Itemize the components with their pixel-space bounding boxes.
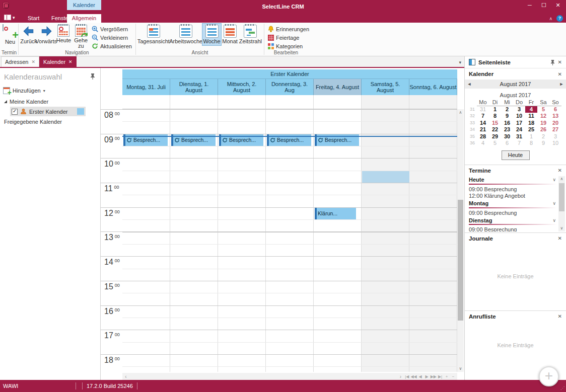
- mini-day-8[interactable]: 8: [525, 140, 537, 147]
- mini-day-20[interactable]: 20: [549, 120, 561, 127]
- mini-day-28[interactable]: 28: [477, 133, 489, 140]
- maximize-button[interactable]: ☐: [538, 1, 550, 9]
- mini-day-4[interactable]: 4: [477, 140, 489, 147]
- mini-day-6[interactable]: 6: [501, 140, 513, 147]
- nav-insert-button[interactable]: +: [444, 374, 450, 379]
- mini-day-14[interactable]: 14: [477, 120, 489, 127]
- mini-day-10[interactable]: 10: [549, 140, 561, 147]
- mini-day-1[interactable]: 1: [525, 133, 537, 140]
- mini-day-22[interactable]: 22: [489, 126, 501, 133]
- mini-day-3[interactable]: 3: [549, 133, 561, 140]
- tree-expander-icon[interactable]: [4, 100, 7, 103]
- today-button[interactable]: Heute: [55, 24, 72, 44]
- scroll-right-icon[interactable]: ›: [397, 374, 404, 379]
- categories-button[interactable]: Kategorien: [268, 42, 309, 50]
- scroll-left-icon[interactable]: ‹: [122, 374, 129, 379]
- mini-day-26[interactable]: 26: [537, 126, 549, 133]
- chevron-down-icon[interactable]: ∨: [552, 177, 556, 182]
- termine-group-header-1[interactable]: Montag∨: [469, 200, 557, 207]
- help-icon[interactable]: ?: [556, 15, 563, 22]
- day-column-4[interactable]: [314, 109, 362, 372]
- day-column-0[interactable]: [122, 109, 170, 372]
- horizontal-scrollbar[interactable]: ‹ › |◀◀◀◀▶▶▶▶|+−: [122, 373, 457, 380]
- nav-first-button[interactable]: |◀: [404, 374, 410, 379]
- day-header-0[interactable]: Montag, 31. Juli: [122, 79, 170, 95]
- mini-day-3[interactable]: 3: [513, 106, 525, 113]
- day-view-button[interactable]: Tagesansicht: [137, 24, 170, 45]
- all-day-cell-2[interactable]: [218, 95, 266, 109]
- prev-month-icon[interactable]: ◄: [465, 82, 474, 87]
- mini-day-31[interactable]: 31: [513, 133, 525, 140]
- nav-prior-page-button[interactable]: ◀◀: [410, 374, 416, 379]
- workweek-view-button[interactable]: Arbeitswoche: [170, 24, 202, 45]
- mini-day-27[interactable]: 27: [549, 126, 561, 133]
- week-view-button[interactable]: Woche: [202, 24, 221, 45]
- goto-button[interactable]: Gehe zu: [72, 24, 90, 50]
- mini-day-9[interactable]: 9: [537, 140, 549, 147]
- mini-day-25[interactable]: 25: [525, 126, 537, 133]
- mini-day-18[interactable]: 18: [525, 120, 537, 127]
- mini-day-23[interactable]: 23: [501, 126, 513, 133]
- mini-day-6[interactable]: 6: [549, 106, 561, 113]
- all-day-cell-6[interactable]: [409, 95, 457, 109]
- termine-scroll-thumb[interactable]: [559, 183, 564, 211]
- day-header-6[interactable]: Sonntag, 6. August: [409, 79, 457, 95]
- termine-item-0-0[interactable]: 09:00 Besprechung: [469, 186, 557, 193]
- holidays-button[interactable]: Feiertage: [268, 34, 309, 41]
- mini-day-17[interactable]: 17: [513, 120, 525, 127]
- termine-scrollbar[interactable]: ∧ ∨: [558, 176, 565, 231]
- day-column-6[interactable]: [409, 109, 457, 372]
- mini-day-7[interactable]: 7: [477, 113, 489, 120]
- mini-day-2[interactable]: 2: [537, 133, 549, 140]
- all-day-cell-3[interactable]: [266, 95, 314, 109]
- scroll-up-icon[interactable]: ∧: [457, 109, 464, 116]
- day-column-1[interactable]: [170, 109, 218, 372]
- day-header-2[interactable]: Mittwoch, 2. August: [218, 79, 266, 95]
- mini-day-4[interactable]: 4: [525, 106, 537, 113]
- mini-day-5[interactable]: 5: [489, 140, 501, 147]
- day-header-5[interactable]: Samstag, 5. August: [362, 79, 409, 95]
- new-appointment-button[interactable]: + Neu: [2, 24, 19, 46]
- mini-day-10[interactable]: 10: [513, 113, 525, 120]
- close-button[interactable]: ✕: [552, 1, 564, 9]
- day-column-2[interactable]: [218, 109, 266, 372]
- mini-day-2[interactable]: 2: [501, 106, 513, 113]
- mini-day-9[interactable]: 9: [501, 113, 513, 120]
- day-header-1[interactable]: Dienstag, 1. August: [170, 79, 218, 95]
- tree-group-meine-kalender[interactable]: Meine Kalender: [0, 97, 100, 107]
- mini-day-19[interactable]: 19: [537, 120, 549, 127]
- pin-icon[interactable]: [550, 59, 555, 65]
- mini-day-15[interactable]: 15: [489, 120, 501, 127]
- all-day-cell-4[interactable]: [314, 95, 362, 109]
- resize-grip[interactable]: ⋰: [560, 386, 564, 390]
- horizontal-scroll-track[interactable]: [129, 373, 397, 380]
- mini-day-21[interactable]: 21: [477, 126, 489, 133]
- timeline-view-button[interactable]: Zeitstrahl: [239, 24, 262, 45]
- nav-next-page-button[interactable]: ▶▶: [431, 374, 437, 379]
- today-jump-button[interactable]: Heute: [502, 150, 530, 160]
- close-section-icon[interactable]: ✕: [558, 168, 562, 173]
- mini-day-30[interactable]: 30: [501, 133, 513, 140]
- termine-item-2-0[interactable]: 09:00 Besprechung: [469, 226, 557, 231]
- close-section-icon[interactable]: ✕: [558, 236, 562, 241]
- back-button[interactable]: Zurück: [20, 24, 37, 45]
- close-section-icon[interactable]: ✕: [558, 71, 562, 77]
- mini-day-7[interactable]: 7: [513, 140, 525, 147]
- scroll-down-icon[interactable]: ∨: [558, 225, 565, 231]
- chevron-down-icon[interactable]: ∨: [552, 201, 556, 206]
- all-day-cell-1[interactable]: [170, 95, 218, 109]
- zoom-in-button[interactable]: Vergrößern: [92, 25, 132, 33]
- calendar-checkbox[interactable]: [12, 109, 18, 115]
- next-month-icon[interactable]: ►: [557, 82, 566, 87]
- scroll-down-icon[interactable]: ∨: [457, 365, 464, 372]
- selected-time-cell[interactable]: [362, 171, 409, 183]
- mini-day-13[interactable]: 13: [549, 113, 561, 120]
- reminders-button[interactable]: Erinnerungen: [268, 25, 309, 33]
- all-day-cell-0[interactable]: [122, 95, 170, 109]
- scroll-up-icon[interactable]: ∧: [558, 176, 565, 182]
- close-sidebar-icon[interactable]: ✕: [558, 59, 562, 65]
- mini-day-8[interactable]: 8: [489, 113, 501, 120]
- pin-icon[interactable]: [90, 73, 95, 80]
- app-menu-button[interactable]: ▾: [4, 15, 15, 20]
- tab-overflow-icon[interactable]: ▾: [459, 60, 461, 65]
